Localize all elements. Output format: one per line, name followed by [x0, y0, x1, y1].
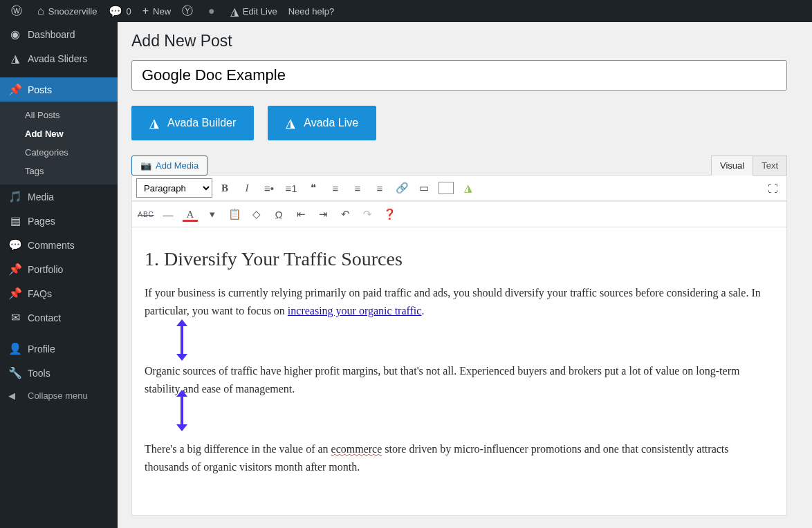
editor-container: Paragraph B I ≡• ≡1 ❝ ≡ ≡ ≡ 🔗 ▭ ◮ ⛶ ABC … — [131, 175, 787, 516]
admin-bar: ⓦ ⌂Snoozerville 💬0 +New Ⓨ ● ◮Edit Live N… — [0, 0, 812, 22]
status-dot[interactable]: ● — [203, 0, 225, 22]
content-paragraph-3: There's a big difference in the value of… — [145, 440, 774, 477]
submenu-add-new[interactable]: Add New — [0, 124, 118, 143]
editor-mode-tabs: Visual Text — [712, 155, 787, 176]
comments-icon: 💬 — [8, 238, 22, 252]
editor-toolbar-2: ABC — A ▾ 📋 ◇ Ω ⇤ ⇥ ↶ ↷ ❓ — [132, 201, 786, 227]
camera-icon: 📷 — [140, 160, 151, 171]
blockquote-button[interactable]: ❝ — [304, 178, 323, 198]
avada-logo-icon: ◮ — [149, 115, 159, 131]
content-paragraph-1: If your business is currently relying pr… — [145, 284, 774, 321]
paste-text-button[interactable]: 📋 — [225, 205, 244, 224]
align-left-button[interactable]: ≡ — [326, 178, 345, 198]
user-icon: 👤 — [8, 342, 22, 355]
avada-logo-icon: ◮ — [286, 115, 295, 131]
italic-button[interactable]: I — [237, 178, 257, 198]
link-button[interactable]: 🔗 — [392, 178, 412, 198]
page-heading: Add New Post — [131, 32, 787, 50]
format-select[interactable]: Paragraph — [136, 178, 212, 198]
submenu-categories[interactable]: Categories — [0, 143, 118, 162]
numbered-list-button[interactable]: ≡1 — [282, 178, 301, 198]
color-swatch[interactable] — [436, 178, 456, 198]
tab-text[interactable]: Text — [753, 155, 787, 176]
clear-format-button[interactable]: ◇ — [247, 205, 266, 224]
redo-button[interactable]: ↷ — [358, 205, 377, 224]
menu-comments[interactable]: 💬Comments — [0, 233, 118, 257]
text-color-button[interactable]: A — [181, 205, 200, 224]
wrench-icon: 🔧 — [8, 366, 22, 379]
spellcheck-word: ecommerce — [331, 443, 382, 455]
need-help[interactable]: Need help? — [283, 0, 340, 22]
add-media-button[interactable]: 📷Add Media — [131, 155, 207, 176]
faqs-icon: 📌 — [8, 287, 22, 300]
outdent-button[interactable]: ⇤ — [291, 205, 311, 224]
main-content: Add New Post ◮Avada Builder ◮Avada Live … — [118, 22, 801, 516]
fullscreen-button[interactable]: ⛶ — [763, 178, 782, 198]
spacing-arrow-2 — [181, 396, 183, 425]
menu-profile[interactable]: 👤Profile — [0, 337, 118, 361]
menu-dashboard[interactable]: ◉Dashboard — [0, 22, 118, 46]
dashboard-icon: ◉ — [8, 28, 22, 41]
editor-content[interactable]: 1. Diversify Your Traffic Sources If you… — [132, 227, 786, 515]
portfolio-icon: 📌 — [8, 263, 22, 276]
collapse-icon: ◀ — [8, 390, 22, 401]
envelope-icon: ✉ — [8, 311, 22, 324]
spacing-arrow-1 — [181, 326, 183, 355]
help-button[interactable]: ❓ — [380, 205, 399, 224]
menu-tools[interactable]: 🔧Tools — [0, 361, 118, 385]
bullet-list-button[interactable]: ≡• — [259, 178, 279, 198]
avada-element-button[interactable]: ◮ — [459, 178, 478, 198]
media-icon: 🎵 — [8, 190, 22, 203]
comments-bubble[interactable]: 💬0 — [103, 0, 137, 22]
submenu-tags[interactable]: Tags — [0, 162, 118, 180]
wp-logo[interactable]: ⓦ — [6, 0, 32, 22]
menu-avada-sliders[interactable]: ◮Avada Sliders — [0, 46, 118, 70]
editor-toolbar-1: Paragraph B I ≡• ≡1 ❝ ≡ ≡ ≡ 🔗 ▭ ◮ ⛶ — [132, 176, 786, 201]
new-content[interactable]: +New — [137, 0, 176, 22]
menu-faqs[interactable]: 📌FAQs — [0, 281, 118, 305]
special-char-button[interactable]: Ω — [269, 205, 288, 224]
menu-posts[interactable]: 📌Posts — [0, 77, 118, 102]
admin-sidebar: ◉Dashboard ◮Avada Sliders 📌Posts All Pos… — [0, 22, 118, 528]
site-link[interactable]: ⌂Snoozerville — [32, 0, 103, 22]
menu-portfolio[interactable]: 📌Portfolio — [0, 257, 118, 281]
read-more-button[interactable]: ▭ — [414, 178, 434, 198]
submenu-posts: All Posts Add New Categories Tags — [0, 102, 118, 185]
avada-live-button[interactable]: ◮Avada Live — [268, 106, 376, 140]
yoast-icon[interactable]: Ⓨ — [176, 0, 203, 22]
bold-button[interactable]: B — [215, 178, 234, 198]
content-paragraph-2: Organic sources of traffic have higher p… — [145, 362, 774, 399]
organic-traffic-link[interactable]: increasing your organic traffic — [288, 305, 422, 317]
strikethrough-button[interactable]: ABC — [136, 205, 156, 224]
menu-contact[interactable]: ✉Contact — [0, 305, 118, 330]
align-center-button[interactable]: ≡ — [348, 178, 367, 198]
pin-icon: 📌 — [8, 83, 22, 96]
avada-builder-button[interactable]: ◮Avada Builder — [131, 106, 254, 140]
avada-icon: ◮ — [8, 52, 22, 65]
hr-button[interactable]: — — [158, 205, 178, 224]
undo-button[interactable]: ↶ — [335, 205, 355, 224]
indent-button[interactable]: ⇥ — [313, 205, 333, 224]
align-right-button[interactable]: ≡ — [370, 178, 389, 198]
tab-visual[interactable]: Visual — [711, 155, 753, 176]
submenu-all-posts[interactable]: All Posts — [0, 106, 118, 124]
menu-pages[interactable]: ▤Pages — [0, 209, 118, 233]
pages-icon: ▤ — [8, 214, 22, 227]
collapse-menu[interactable]: ◀Collapse menu — [0, 385, 118, 406]
text-color-dropdown[interactable]: ▾ — [203, 205, 222, 224]
edit-live[interactable]: ◮Edit Live — [225, 0, 283, 22]
menu-media[interactable]: 🎵Media — [0, 185, 118, 209]
post-title-input[interactable] — [131, 60, 787, 91]
content-heading: 1. Diversify Your Traffic Sources — [145, 248, 774, 270]
